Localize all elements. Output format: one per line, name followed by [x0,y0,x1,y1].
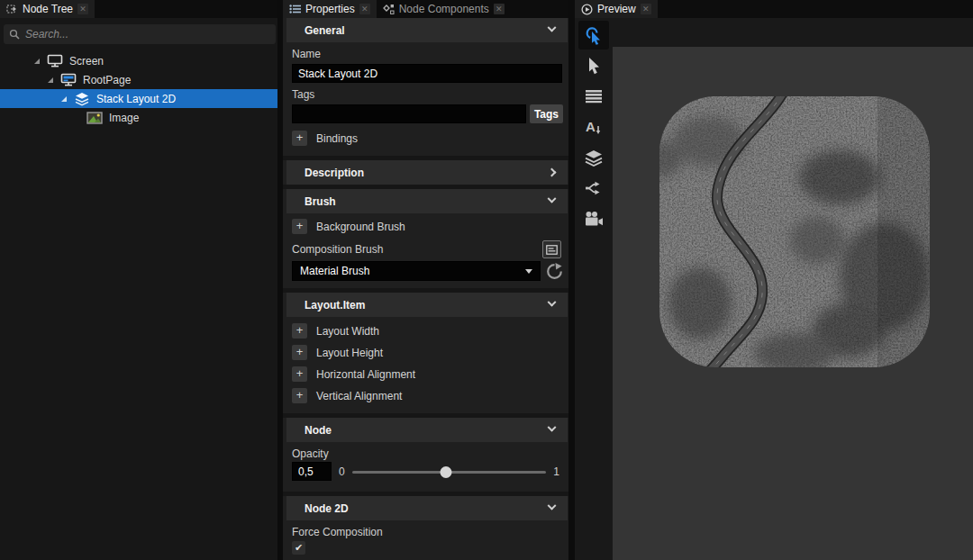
layers-icon [584,149,604,167]
composition-brush-label: Composition Brush [292,243,383,256]
opacity-slider-track[interactable] [352,465,547,478]
page-icon [60,73,77,86]
tags-label: Tags [292,88,568,101]
close-icon[interactable]: ✕ [641,4,651,14]
checkmark-icon: ✔ [295,542,303,554]
tags-button[interactable]: Tags [530,104,563,123]
tree-item-label: Screen [69,55,104,68]
section-layout-item-header[interactable]: Layout.Item [286,293,568,317]
section-description-header[interactable]: Description [286,160,568,185]
name-field[interactable] [292,64,562,83]
tree-item-screen[interactable]: Screen [0,51,277,70]
properties-list-icon [289,4,301,14]
add-layout-width-button[interactable]: + [292,323,307,339]
tab-node-components[interactable]: Node Components ✕ [377,0,511,18]
horizontal-alignment-label: Horizontal Alignment [316,368,415,381]
layout-width-label: Layout Width [316,325,379,338]
tab-preview-label: Preview [597,3,636,15]
add-horizontal-alignment-button[interactable]: + [292,366,307,382]
section-layout-item: Layout.Item +Layout Width +Layout Height… [283,293,568,413]
composition-brush-value: Material Brush [300,265,369,277]
add-layout-height-button[interactable]: + [292,345,307,360]
expand-arrow-icon[interactable] [34,59,40,64]
vertical-alignment-label: Vertical Alignment [316,390,402,402]
section-node: Node Opacity 0 1 [283,418,568,492]
preview-tabbar: Preview ✕ [575,0,973,18]
close-icon[interactable]: ✕ [77,4,88,14]
chevron-down-icon [548,298,557,307]
chevron-right-icon [548,168,557,177]
section-node-2d: Node 2D Force Composition ✔ [283,496,568,560]
grid-tool[interactable] [578,82,609,111]
properties-panel: Properties ✕ Node Components ✕ General N… [283,0,568,560]
preview-canvas[interactable] [613,47,973,560]
tree-item-label: Stack Layout 2D [96,93,176,105]
image-icon [86,112,103,124]
node-tree-body: Screen RootPage Stack Layout 2D [0,18,277,560]
tree-item-stack-layout-2d[interactable]: Stack Layout 2D [0,89,277,108]
tab-node-tree-label: Node Tree [23,3,73,15]
opacity-slider-handle[interactable] [441,466,452,478]
grid-icon [585,89,603,104]
connections-tool[interactable] [578,174,609,203]
background-brush-label: Background Brush [316,221,405,233]
tags-field[interactable] [292,104,526,123]
node-components-icon [383,4,395,15]
tree-item-label: RootPage [83,74,131,86]
dropdown-arrow-icon [525,269,532,274]
layers-tool[interactable] [578,143,609,172]
tab-node-tree[interactable]: Node Tree ✕ [0,0,95,18]
text-tool[interactable]: A [578,113,609,141]
search-input[interactable] [25,28,270,41]
camera-tool[interactable] [578,204,609,233]
tab-node-components-label: Node Components [399,3,489,15]
section-description: Description [283,160,568,185]
node-tree-panel: Node Tree ✕ Screen [0,0,277,560]
slider-max-label: 1 [553,465,559,478]
section-node-2d-header[interactable]: Node 2D [286,496,568,520]
close-icon[interactable]: ✕ [494,4,505,14]
name-label: Name [292,48,568,60]
add-binding-button[interactable]: + [292,131,307,146]
section-brush-header[interactable]: Brush [286,189,568,213]
section-title: Layout.Item [305,299,365,312]
section-general-header[interactable]: General [286,18,568,42]
section-node-header[interactable]: Node [286,418,568,442]
tree-item-rootpage[interactable]: RootPage [0,70,277,89]
force-composition-checkbox[interactable]: ✔ [292,541,305,555]
close-icon[interactable]: ✕ [359,4,370,14]
text-analysis-icon: A [585,118,603,136]
opacity-field[interactable] [292,462,332,481]
camera-icon [584,211,604,227]
add-vertical-alignment-button[interactable]: + [292,388,307,403]
chevron-down-icon [548,423,557,432]
preview-body: A [575,18,973,560]
layout-height-label: Layout Height [316,347,383,359]
chevron-down-icon [548,194,557,203]
section-title: Description [305,167,364,179]
chevron-down-icon [548,501,557,510]
tree-item-image[interactable]: Image [0,108,277,127]
force-composition-label: Force Composition [292,526,568,538]
node-tree-icon [6,4,18,15]
section-general: General Name Tags Tags + Bindings [283,18,568,156]
tab-preview[interactable]: Preview ✕ [575,0,658,18]
expand-arrow-icon[interactable] [61,96,67,102]
properties-tabbar: Properties ✕ Node Components ✕ [283,0,568,18]
select-tool[interactable] [578,51,609,80]
expand-arrow-icon[interactable] [48,77,53,83]
composition-brush-dropdown[interactable]: Material Brush [292,261,541,281]
section-title: Node 2D [305,502,349,515]
interact-tool[interactable] [578,21,609,50]
preview-image[interactable] [659,96,930,367]
brush-editor-button[interactable] [542,240,561,258]
section-title: Brush [305,195,336,208]
reset-to-default-icon[interactable] [546,263,563,280]
tree-item-label: Image [109,112,139,124]
search-box[interactable] [4,24,276,44]
preview-top-gap [613,18,973,47]
app-window: Node Tree ✕ Screen [0,0,973,560]
tab-properties[interactable]: Properties ✕ [283,0,377,18]
preview-toolbar: A [575,18,613,560]
add-background-brush-button[interactable]: + [292,219,307,234]
